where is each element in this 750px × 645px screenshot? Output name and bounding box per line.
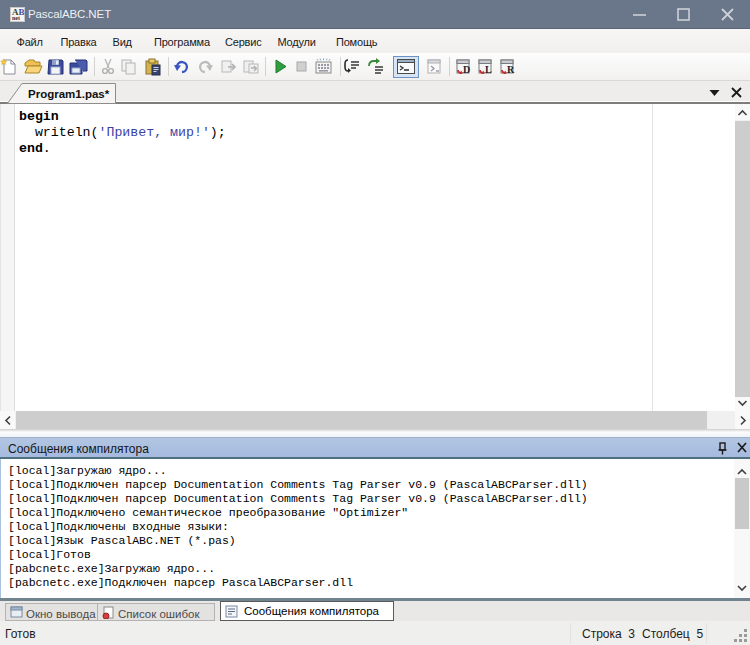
svg-text:D: D	[463, 64, 470, 75]
svg-text:L: L	[485, 64, 492, 75]
svg-text:R: R	[507, 64, 515, 75]
